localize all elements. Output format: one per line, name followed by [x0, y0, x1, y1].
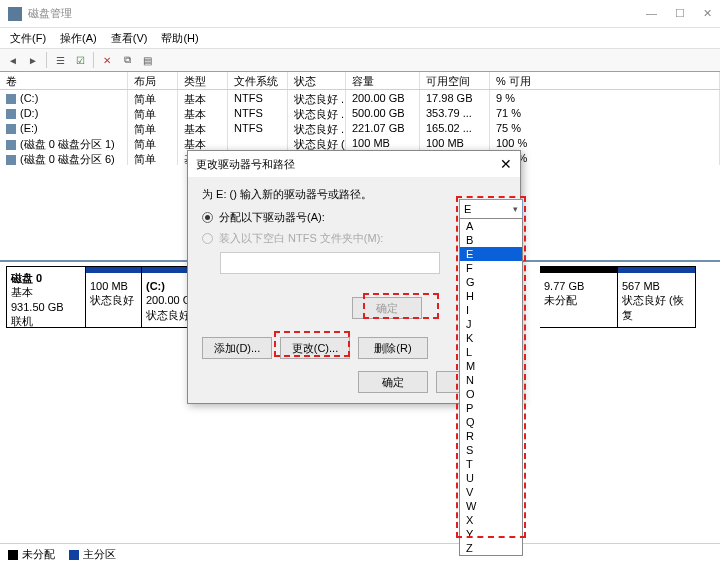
legend-unalloc-swatch	[8, 550, 18, 560]
col-volume[interactable]: 卷	[0, 72, 128, 89]
back-icon[interactable]: ◄	[4, 51, 22, 69]
dropdown-option[interactable]: S	[460, 443, 522, 457]
view-icon[interactable]: ☰	[51, 51, 69, 69]
table-row[interactable]: (磁盘 0 磁盘分区 1)简单基本状态良好 (...100 MB100 MB10…	[0, 135, 720, 150]
table-row[interactable]: (E:)简单基本NTFS状态良好 ...221.07 GB165.02 ...7…	[0, 120, 720, 135]
dropdown-option[interactable]: U	[460, 471, 522, 485]
radio-assign-letter-label: 分配以下驱动器号(A):	[219, 210, 325, 225]
add-button[interactable]: 添加(D)...	[202, 337, 272, 359]
dropdown-option[interactable]: B	[460, 233, 522, 247]
maximize-button[interactable]: ☐	[675, 7, 685, 20]
partition[interactable]: 567 MB状态良好 (恢复	[618, 266, 696, 328]
chevron-down-icon: ▾	[513, 204, 518, 214]
col-type[interactable]: 类型	[178, 72, 228, 89]
toolbar: ◄ ► ☰ ☑ ✕ ⧉ ▤	[0, 48, 720, 72]
disk-size: 931.50 GB	[11, 300, 81, 314]
dialog-title: 更改驱动器号和路径	[196, 157, 295, 172]
radio-mount-folder	[202, 233, 213, 244]
dropdown-option[interactable]: G	[460, 275, 522, 289]
volume-table-header: 卷 布局 类型 文件系统 状态 容量 可用空间 % 可用	[0, 72, 720, 90]
drive-letter-dropdown[interactable]: ABEFGHIJKLMNOPQRSTUVWXYZ	[459, 218, 523, 556]
dropdown-option[interactable]: Y	[460, 527, 522, 541]
mount-path-input	[220, 252, 440, 274]
menu-file[interactable]: 文件(F)	[4, 29, 52, 48]
list-icon[interactable]: ▤	[138, 51, 156, 69]
table-row[interactable]: (C:)简单基本NTFS状态良好 ...200.00 GB17.98 GB9 %	[0, 90, 720, 105]
dropdown-option[interactable]: E	[460, 247, 522, 261]
dropdown-option[interactable]: R	[460, 429, 522, 443]
delete-icon[interactable]: ✕	[98, 51, 116, 69]
close-button[interactable]: ✕	[703, 7, 712, 20]
dropdown-option[interactable]: P	[460, 401, 522, 415]
col-capacity[interactable]: 容量	[346, 72, 420, 89]
col-percent[interactable]: % 可用	[490, 72, 720, 89]
dropdown-option[interactable]: L	[460, 345, 522, 359]
radio-assign-letter[interactable]	[202, 212, 213, 223]
dropdown-option[interactable]: K	[460, 331, 522, 345]
legend-unalloc: 未分配	[22, 548, 55, 560]
disk-type: 基本	[11, 285, 81, 299]
minimize-button[interactable]: —	[646, 7, 657, 20]
forward-icon[interactable]: ►	[24, 51, 42, 69]
dropdown-option[interactable]: O	[460, 387, 522, 401]
legend-primary: 主分区	[83, 548, 116, 560]
dropdown-option[interactable]: T	[460, 457, 522, 471]
col-layout[interactable]: 布局	[128, 72, 178, 89]
menu-help[interactable]: 帮助(H)	[155, 29, 204, 48]
legend: 未分配 主分区	[0, 543, 720, 565]
dropdown-option[interactable]: Q	[460, 415, 522, 429]
dropdown-option[interactable]: V	[460, 485, 522, 499]
radio-mount-folder-label: 装入以下空白 NTFS 文件夹中(M):	[219, 231, 383, 246]
dropdown-option[interactable]: I	[460, 303, 522, 317]
disk-info[interactable]: 磁盘 0 基本 931.50 GB 联机	[6, 266, 86, 328]
dropdown-option[interactable]: X	[460, 513, 522, 527]
app-icon	[8, 7, 22, 21]
disk-name: 磁盘 0	[11, 271, 81, 285]
col-status[interactable]: 状态	[288, 72, 346, 89]
legend-primary-swatch	[69, 550, 79, 560]
remove-button[interactable]: 删除(R)	[358, 337, 428, 359]
change-button[interactable]: 更改(C)...	[280, 337, 350, 359]
drive-letter-value: E	[464, 203, 471, 215]
title-bar: 磁盘管理 — ☐ ✕	[0, 0, 720, 28]
dropdown-option[interactable]: N	[460, 373, 522, 387]
ok-button[interactable]: 确定	[358, 371, 428, 393]
dropdown-option[interactable]: A	[460, 219, 522, 233]
partition[interactable]: 9.77 GB未分配	[540, 266, 618, 328]
dialog-close-icon[interactable]: ✕	[500, 156, 512, 172]
dropdown-option[interactable]: M	[460, 359, 522, 373]
inner-ok-button[interactable]: 确定	[352, 297, 422, 319]
dropdown-option[interactable]: W	[460, 499, 522, 513]
dropdown-option[interactable]: H	[460, 289, 522, 303]
properties-icon[interactable]: ☑	[71, 51, 89, 69]
menu-view[interactable]: 查看(V)	[105, 29, 154, 48]
disk-status: 联机	[11, 314, 81, 328]
menu-action[interactable]: 操作(A)	[54, 29, 103, 48]
help-icon[interactable]: ⧉	[118, 51, 136, 69]
drive-letter-combo[interactable]: E ▾	[459, 199, 523, 219]
menu-bar: 文件(F) 操作(A) 查看(V) 帮助(H)	[0, 28, 720, 48]
table-row[interactable]: (D:)简单基本NTFS状态良好 ...500.00 GB353.79 ...7…	[0, 105, 720, 120]
col-free[interactable]: 可用空间	[420, 72, 490, 89]
partition[interactable]: 100 MB状态良好	[86, 266, 142, 328]
window-title: 磁盘管理	[28, 6, 646, 21]
dropdown-option[interactable]: Z	[460, 541, 522, 555]
dropdown-option[interactable]: F	[460, 261, 522, 275]
dropdown-option[interactable]: J	[460, 317, 522, 331]
col-filesystem[interactable]: 文件系统	[228, 72, 288, 89]
